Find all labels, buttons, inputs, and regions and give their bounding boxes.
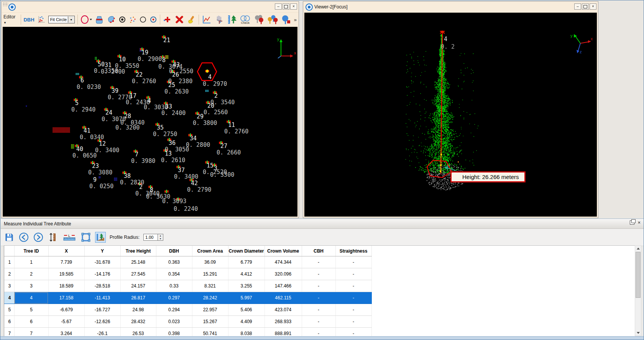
maximize-button[interactable] <box>582 3 589 10</box>
table-cell[interactable]: 6 <box>14 316 48 328</box>
measure-height-tool[interactable] <box>48 232 58 243</box>
table-cell[interactable]: 18.589 <box>48 280 84 292</box>
column-header[interactable]: Tree ID <box>14 246 48 256</box>
check-tool[interactable]: Check <box>240 15 251 24</box>
table-cell[interactable]: 3.264 <box>48 328 84 337</box>
table-cell[interactable]: - <box>302 256 335 268</box>
table-cell[interactable]: 50.741 <box>192 328 228 337</box>
table-cell[interactable]: 4.409 <box>228 316 264 328</box>
table-row[interactable]: 66-5.67-12.62628.4320.02315.2674.409268.… <box>4 316 371 328</box>
next-tree-button[interactable] <box>33 232 44 243</box>
table-cell[interactable]: -26.1 <box>84 328 120 337</box>
tree-height-tool[interactable] <box>227 15 237 25</box>
pan-measure-tool[interactable] <box>214 15 224 25</box>
table-cell[interactable]: 8.321 <box>192 280 228 292</box>
table-cell[interactable]: 0.297 <box>156 292 192 304</box>
table-cell[interactable]: 19.585 <box>48 268 84 280</box>
measure-dbh-tool[interactable]: L <box>62 232 77 243</box>
table-cell[interactable]: 6.779 <box>228 256 264 268</box>
table-cell[interactable]: 7 <box>14 328 48 337</box>
save-button[interactable] <box>4 232 15 243</box>
panel-titlebar[interactable]: Measure Individual Tree Attribute × <box>1 218 644 229</box>
brush-tool[interactable] <box>187 15 196 24</box>
minimize-button[interactable]: – <box>574 3 581 10</box>
table-cell[interactable]: - <box>302 268 335 280</box>
table-cell[interactable]: 0.398 <box>156 328 192 337</box>
table-cell[interactable]: 5.997 <box>228 292 264 304</box>
table-cell[interactable]: 423.074 <box>264 304 302 316</box>
window-grip[interactable] <box>3 2 8 6</box>
table-cell[interactable]: - <box>335 292 371 304</box>
table-cell[interactable]: -12.626 <box>84 316 120 328</box>
table-cell[interactable]: 2 <box>14 268 48 280</box>
table-cell[interactable]: 5.406 <box>228 304 264 316</box>
circle-outline-toggle[interactable] <box>139 16 147 23</box>
float-panel-icon[interactable] <box>630 220 634 225</box>
table-cell[interactable]: 268.933 <box>264 316 302 328</box>
extract-trees-by-seed-tool[interactable] <box>267 15 278 25</box>
table-cell[interactable]: - <box>335 316 371 328</box>
table-cell[interactable]: 3.255 <box>228 280 264 292</box>
measure-crown-tool[interactable] <box>80 232 91 243</box>
table-cell[interactable]: - <box>335 256 371 268</box>
table-row[interactable]: 2219.585-14.17627.5450.35415.2914.412320… <box>4 268 371 280</box>
column-header[interactable]: CBH <box>302 246 335 256</box>
table-cell[interactable]: - <box>302 304 335 316</box>
chevron-down-icon[interactable]: ▼ <box>68 16 74 23</box>
viewer-1-titlebar[interactable]: – × <box>2 2 299 12</box>
table-cell[interactable]: -28.518 <box>84 280 120 292</box>
table-row[interactable]: 55-6.679-16.72724.980.29422.9575.406423.… <box>4 304 371 316</box>
table-cell[interactable]: 474.344 <box>264 256 302 268</box>
table-cell[interactable]: 0.363 <box>156 256 192 268</box>
grow-region-tool[interactable] <box>95 15 104 24</box>
tree-3d-viewport[interactable]: 4 0. 2 Height: 26.266 meters y x z <box>304 13 597 217</box>
table-cell[interactable]: 26.53 <box>120 328 156 337</box>
table-cell[interactable]: 26.817 <box>120 292 156 304</box>
table-cell[interactable]: 15.291 <box>192 268 228 280</box>
column-header[interactable]: Crown Volume <box>264 246 302 256</box>
table-cell[interactable]: - <box>335 268 371 280</box>
table-cell[interactable]: 462.115 <box>264 292 302 304</box>
maximize-button[interactable] <box>283 3 289 10</box>
table-cell[interactable]: - <box>302 280 335 292</box>
table-cell[interactable]: -5.67 <box>48 316 84 328</box>
table-cell[interactable]: - <box>335 328 371 337</box>
table-cell[interactable]: 147.466 <box>264 280 302 292</box>
table-cell[interactable]: 320.096 <box>264 268 302 280</box>
table-cell[interactable]: -11.413 <box>84 292 120 304</box>
column-header[interactable]: Crown Area <box>192 246 228 256</box>
table-cell[interactable]: 0.294 <box>156 304 192 316</box>
select-point-toggle[interactable] <box>118 16 126 23</box>
column-header[interactable]: Tree Height <box>120 246 156 256</box>
horizontal-scrollbar[interactable] <box>0 336 644 340</box>
table-cell[interactable]: -16.727 <box>84 304 120 316</box>
table-cell[interactable]: -6.679 <box>48 304 84 316</box>
table-cell[interactable]: 0.354 <box>156 268 192 280</box>
table-cell[interactable]: 28.432 <box>120 316 156 328</box>
table-cell[interactable]: 27.545 <box>120 268 156 280</box>
spin-up-icon[interactable]: ▲ <box>158 234 163 237</box>
scatter-points-toggle[interactable] <box>129 16 136 23</box>
editor-menu[interactable]: Editor ▼ <box>3 14 18 25</box>
table-cell[interactable]: 888.891 <box>264 328 302 337</box>
table-cell[interactable]: 7.739 <box>48 256 84 268</box>
table-cell[interactable]: 22.957 <box>192 304 228 316</box>
table-row[interactable]: 773.264-26.126.530.39850.7418.038888.891… <box>4 328 371 337</box>
dbh-top-view-viewport[interactable]: y x 21190. 2900100. 355080. 3074430. 255… <box>3 27 297 217</box>
delete-point-tool[interactable] <box>175 15 184 24</box>
viewer-2-titlebar[interactable]: Viewer-2[Focus] – × <box>303 2 598 12</box>
table-cell[interactable]: - <box>302 292 335 304</box>
toolbar-overflow-button[interactable]: » <box>294 17 297 23</box>
profile-radius-spinbox[interactable]: 1.00 ▲▼ <box>143 234 163 241</box>
minimize-button[interactable]: – <box>275 3 282 10</box>
scroll-up-icon[interactable] <box>635 246 641 251</box>
table-cell[interactable]: 24.157 <box>120 280 156 292</box>
profile-plot-tool[interactable] <box>202 15 212 25</box>
lasso-select-tool[interactable] <box>107 15 116 24</box>
table-row[interactable]: 117.739-31.67825.1480.36336.096.779474.3… <box>4 256 371 268</box>
table-cell[interactable]: 4.412 <box>228 268 264 280</box>
close-button[interactable]: × <box>590 3 596 10</box>
table-cell[interactable]: - <box>302 328 335 337</box>
table-row[interactable]: 3318.589-28.51824.1570.338.3213.255147.4… <box>4 280 371 292</box>
vertical-scrollbar[interactable] <box>635 245 641 336</box>
